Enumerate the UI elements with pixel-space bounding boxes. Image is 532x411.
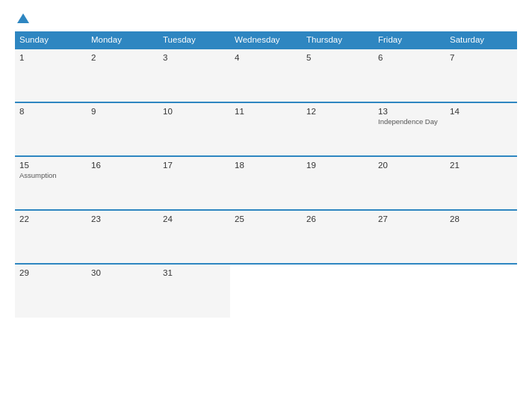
week-row-4: 22232425262728 — [15, 210, 517, 264]
calendar-cell: 18 — [230, 156, 302, 210]
calendar-cell: 2 — [87, 49, 158, 102]
week-row-1: 1234567 — [15, 49, 517, 102]
logo-blue-text — [15, 13, 29, 24]
day-number: 21 — [450, 161, 513, 170]
calendar-cell: 4 — [230, 49, 302, 102]
day-number: 19 — [306, 161, 369, 170]
weekday-header-thursday: Thursday — [302, 31, 374, 49]
day-number: 11 — [235, 107, 297, 116]
calendar-cell: 27 — [374, 210, 445, 264]
day-number: 17 — [163, 161, 226, 170]
day-number: 7 — [450, 53, 513, 62]
week-row-5: 293031 — [15, 264, 517, 318]
day-number: 8 — [19, 107, 82, 116]
weekday-header-row: SundayMondayTuesdayWednesdayThursdayFrid… — [15, 31, 517, 49]
day-number: 16 — [91, 161, 154, 170]
logo-triangle-icon — [17, 13, 29, 23]
day-number: 13 — [378, 107, 441, 116]
calendar-cell: 28 — [445, 210, 517, 264]
day-number: 5 — [306, 53, 369, 62]
day-number: 26 — [306, 214, 369, 223]
day-number: 31 — [163, 268, 226, 277]
calendar-cell: 30 — [87, 264, 158, 318]
week-row-3: 15Assumption161718192021 — [15, 156, 517, 210]
holiday-name: Independence Day — [378, 117, 441, 126]
day-number: 20 — [378, 161, 441, 170]
calendar-cell — [445, 264, 517, 318]
weekday-header-wednesday: Wednesday — [230, 31, 302, 49]
day-number: 15 — [19, 161, 82, 170]
calendar-cell: 3 — [158, 49, 230, 102]
day-number: 4 — [235, 53, 297, 62]
day-number: 6 — [378, 53, 441, 62]
calendar-cell: 21 — [445, 156, 517, 210]
week-row-2: 8910111213Independence Day14 — [15, 102, 517, 156]
day-number: 29 — [19, 268, 82, 277]
calendar-cell: 16 — [87, 156, 158, 210]
calendar-page: SundayMondayTuesdayWednesdayThursdayFrid… — [0, 0, 532, 411]
calendar-cell: 26 — [302, 210, 374, 264]
day-number: 3 — [163, 53, 226, 62]
calendar-cell: 12 — [302, 102, 374, 156]
calendar-cell: 7 — [445, 49, 517, 102]
logo — [15, 13, 29, 24]
calendar-cell: 10 — [158, 102, 230, 156]
header — [15, 13, 517, 24]
day-number: 9 — [91, 107, 154, 116]
calendar-cell: 8 — [15, 102, 87, 156]
calendar-cell: 19 — [302, 156, 374, 210]
calendar-cell: 25 — [230, 210, 302, 264]
weekday-header-saturday: Saturday — [445, 31, 517, 49]
calendar-cell: 24 — [158, 210, 230, 264]
day-number: 28 — [450, 214, 513, 223]
calendar-cell — [230, 264, 302, 318]
day-number: 14 — [450, 107, 513, 116]
calendar-cell: 15Assumption — [15, 156, 87, 210]
calendar-cell: 11 — [230, 102, 302, 156]
calendar-cell: 31 — [158, 264, 230, 318]
calendar-cell: 20 — [374, 156, 445, 210]
day-number: 25 — [235, 214, 297, 223]
weekday-header-tuesday: Tuesday — [158, 31, 230, 49]
calendar-cell: 6 — [374, 49, 445, 102]
day-number: 12 — [306, 107, 369, 116]
calendar-cell: 29 — [15, 264, 87, 318]
day-number: 10 — [163, 107, 226, 116]
calendar-cell — [302, 264, 374, 318]
holiday-name: Assumption — [19, 171, 82, 179]
calendar-cell: 13Independence Day — [374, 102, 445, 156]
calendar-cell: 22 — [15, 210, 87, 264]
calendar-cell: 1 — [15, 49, 87, 102]
day-number: 1 — [19, 53, 82, 62]
calendar-cell: 5 — [302, 49, 374, 102]
day-number: 18 — [235, 161, 297, 170]
calendar-cell: 9 — [87, 102, 158, 156]
calendar-cell: 23 — [87, 210, 158, 264]
day-number: 22 — [19, 214, 82, 223]
weekday-header-friday: Friday — [374, 31, 445, 49]
calendar-cell: 17 — [158, 156, 230, 210]
day-number: 30 — [91, 268, 154, 277]
day-number: 23 — [91, 214, 154, 223]
weekday-header-monday: Monday — [87, 31, 158, 49]
day-number: 24 — [163, 214, 226, 223]
calendar-table: SundayMondayTuesdayWednesdayThursdayFrid… — [15, 31, 517, 318]
calendar-cell — [374, 264, 445, 318]
day-number: 2 — [91, 53, 154, 62]
calendar-cell: 14 — [445, 102, 517, 156]
weekday-header-sunday: Sunday — [15, 31, 87, 49]
day-number: 27 — [378, 214, 441, 223]
